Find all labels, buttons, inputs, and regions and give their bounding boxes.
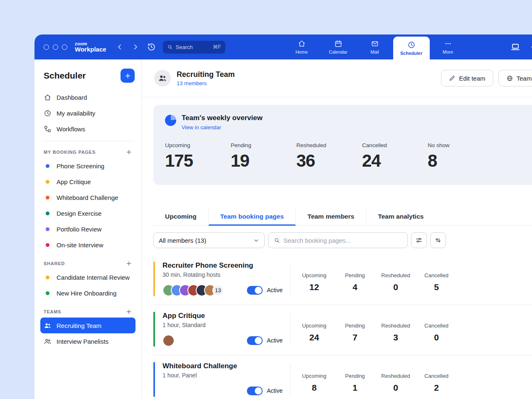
color-dot-icon [44, 276, 52, 279]
booking-pages-list: Recruiter Phone Screening 30 min, Rotati… [153, 255, 532, 399]
sidebar-item-candidate-internal-review[interactable]: Candidate Internal Review [40, 269, 135, 285]
member-avatars[interactable]: 13 [163, 284, 224, 296]
stat-value: 24 [362, 152, 428, 170]
search-input[interactable] [176, 44, 210, 50]
window-control-dot[interactable] [53, 44, 58, 50]
active-toggle[interactable]: Active [247, 387, 283, 395]
forward-button[interactable] [131, 42, 140, 52]
toggle-switch[interactable] [247, 286, 263, 295]
tab-team-analytics[interactable]: Team analytics [366, 207, 435, 225]
window-control-dot[interactable] [44, 44, 49, 50]
chevron-down-icon [253, 237, 259, 244]
booking-page-title: App Critique [163, 312, 290, 320]
booking-page-subtitle: 1 hour, Standard [163, 322, 290, 328]
members-count-link[interactable]: 13 members [177, 80, 235, 86]
tab-upcoming[interactable]: Upcoming [153, 207, 208, 225]
nav-scheduler[interactable]: Scheduler [393, 37, 430, 59]
sort-button[interactable] [430, 232, 446, 248]
sidebar-item-label: Candidate Internal Review [57, 274, 130, 281]
active-toggle[interactable]: Active [247, 336, 283, 345]
sidebar-title: Scheduler [44, 71, 86, 81]
sidebar-item-portfolio-review[interactable]: Portfolio Review [40, 221, 135, 237]
nav-home[interactable]: Home [283, 34, 320, 59]
section-my-booking-pages: MY BOOKING PAGES [40, 149, 135, 155]
stat-resheduled: Resheduled 36 [296, 142, 362, 170]
nav-label: Scheduler [400, 51, 422, 56]
sidebar-item-my-availability[interactable]: My availability [40, 105, 135, 121]
stat-pending: Pending 4 [335, 272, 375, 295]
tab-team-members[interactable]: Team members [296, 207, 366, 225]
sidebar-item-design-exercise[interactable]: Design Exercise [40, 205, 135, 221]
active-toggle[interactable]: Active [247, 286, 283, 295]
booking-pages-search[interactable] [268, 232, 408, 248]
sidebar-item-new-hire-onboarding[interactable]: New Hire Onboarding [40, 285, 135, 301]
stat-value: 8 [428, 152, 493, 170]
booking-page-subtitle: 1 hour, Panel [163, 372, 290, 379]
team-page-button[interactable]: Team page [498, 70, 532, 86]
toggle-label: Active [267, 337, 283, 344]
create-button[interactable] [121, 69, 135, 83]
stat-no-show: No show 8 [428, 142, 493, 170]
sort-arrows-icon [434, 236, 442, 244]
members-dropdown[interactable]: All members (13) [153, 232, 265, 248]
plus-icon[interactable] [126, 149, 132, 155]
stat-value: 175 [165, 152, 231, 170]
edit-team-button[interactable]: Edit team [441, 70, 493, 86]
clock-icon [407, 41, 416, 49]
stat-value: 0 [393, 383, 398, 393]
toggle-switch[interactable] [247, 387, 263, 395]
booking-page-card-app-critique: App Critique 1 hour, Standard Active [153, 305, 532, 355]
page-title: Recruiting Team [177, 70, 235, 79]
window-controls[interactable] [44, 44, 67, 50]
stat-value: 24 [309, 332, 319, 342]
sidebar-item-recruiting-team[interactable]: Recruiting Team [40, 318, 135, 333]
nav-mail[interactable]: Mail [357, 34, 393, 59]
booking-page-title: Recruiter Phone Screening [163, 261, 290, 270]
plus-icon[interactable] [126, 260, 132, 267]
filter-button[interactable] [411, 232, 427, 248]
stat-value: 4 [352, 282, 357, 292]
window-control-dot[interactable] [62, 44, 67, 50]
booking-page-card-whiteboard-challenge: Whiteboard Challenge 1 hour, Panel Activ… [153, 355, 532, 399]
plus-icon[interactable] [126, 308, 132, 315]
stat-label: Pending [345, 373, 365, 379]
sidebar-item-label: Workflows [57, 126, 85, 133]
color-dot-icon [44, 164, 52, 168]
booking-pages-search-input[interactable] [283, 237, 402, 244]
button-label: Edit team [459, 75, 485, 82]
tab-team-booking-pages[interactable]: Team booking pages [208, 207, 296, 225]
sidebar-item-whiteboard-challenge[interactable]: Whiteboard Challenge [40, 190, 135, 205]
toggle-switch[interactable] [247, 336, 263, 345]
nav-calendar[interactable]: Calendar [320, 34, 357, 59]
sidebar-item-label: App Critique [57, 178, 91, 185]
global-search[interactable]: ⌘F [163, 41, 225, 54]
topbar: zoom Workplace ⌘F Home Calendar [34, 34, 532, 59]
logo-workplace-text: Workplace [75, 46, 106, 53]
nav-label: Mail [371, 49, 379, 54]
stat-label: Pending [345, 323, 365, 329]
sidebar-item-app-critique[interactable]: App Critique [40, 174, 135, 190]
history-icon[interactable] [146, 42, 156, 52]
filter-sliders-icon [415, 236, 423, 244]
back-button[interactable] [115, 42, 125, 52]
member-avatars[interactable] [163, 335, 175, 347]
clock-icon [44, 109, 52, 117]
color-dot-icon [44, 243, 52, 247]
color-dot-icon [44, 196, 52, 200]
home-icon [44, 94, 52, 101]
sidebar-item-onsite-interview[interactable]: On-site Interview [40, 237, 135, 253]
stat-label: Resheduled [381, 272, 410, 278]
sidebar-item-interview-panelists[interactable]: Interview Panelists [40, 333, 135, 349]
stat-label: Resheduled [381, 373, 410, 379]
ai-companion-icon[interactable] [530, 42, 532, 52]
view-in-calendar-link[interactable]: View in calendar [182, 124, 263, 131]
mail-icon [371, 39, 379, 48]
devices-icon[interactable] [510, 42, 520, 52]
sidebar-item-label: My availability [57, 110, 95, 117]
nav-more[interactable]: More [430, 34, 466, 59]
sidebar-item-phone-screening[interactable]: Phone Screening [40, 158, 135, 174]
stat-value: 12 [309, 282, 319, 292]
section-title: MY BOOKING PAGES [44, 150, 96, 155]
sidebar-item-workflows[interactable]: Workflows [40, 121, 135, 137]
sidebar-item-dashboard[interactable]: Dashboard [40, 89, 135, 105]
